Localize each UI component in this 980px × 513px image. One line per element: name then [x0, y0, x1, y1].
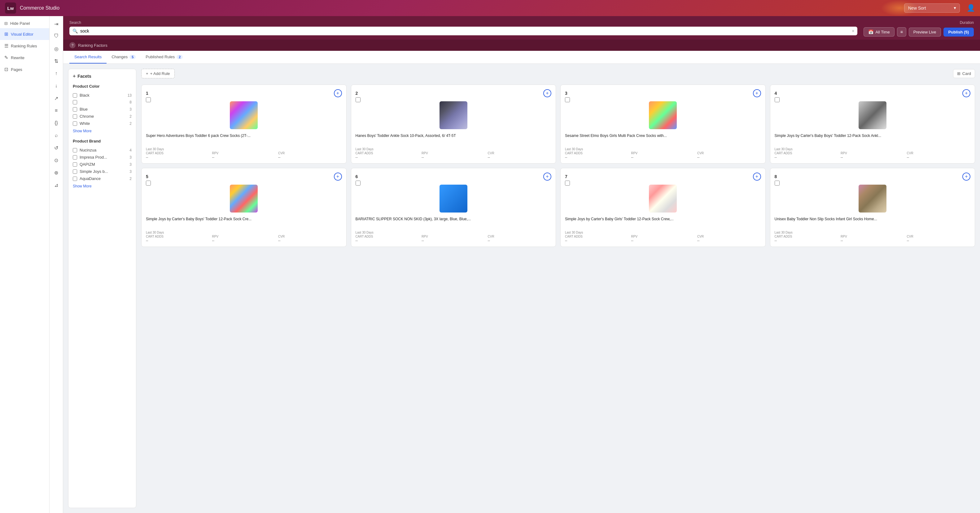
facet-brand-nucinzua-checkbox[interactable]: [73, 148, 77, 152]
product-color-title: Product Color: [73, 84, 132, 89]
icon-arrow-up[interactable]: ↑: [51, 68, 62, 79]
search-input[interactable]: [80, 29, 849, 33]
icon-compass[interactable]: ◎: [51, 43, 62, 54]
product-card: 2 + Hanes Boys' Toddler Ankle Sock 10-Pa…: [351, 84, 556, 164]
icon-sort-up[interactable]: ⇅: [51, 56, 62, 66]
user-icon[interactable]: 👤: [967, 4, 975, 12]
filter-button[interactable]: ≡: [897, 27, 906, 37]
icon-arrow-down[interactable]: ↓: [51, 81, 62, 91]
facet-brand-simple-joys-checkbox[interactable]: [73, 169, 77, 174]
facet-color-black-count: 13: [127, 93, 132, 97]
search-clear-button[interactable]: ×: [852, 29, 854, 33]
card-checkbox[interactable]: [146, 181, 151, 186]
icon-sliders[interactable]: ⊿: [51, 180, 62, 190]
ranking-factors-label: Ranking Factors: [78, 43, 108, 48]
card-add-button[interactable]: +: [753, 89, 761, 97]
sidebar-item-rewrite[interactable]: ✎ Rewrite: [0, 52, 49, 64]
card-checkbox[interactable]: [565, 181, 570, 186]
facet-color-chrome-checkbox[interactable]: [73, 114, 77, 119]
facet-color-white[interactable]: White 2: [73, 120, 132, 127]
facet-brand-simple-joys[interactable]: Simple Joys b... 3: [73, 168, 132, 175]
facet-color-black[interactable]: Black 13: [73, 92, 132, 99]
icon-shield[interactable]: ⛉: [51, 31, 62, 41]
tab-changes[interactable]: Changes 5: [107, 51, 141, 64]
card-checkbox[interactable]: [775, 97, 780, 102]
facet-brand-qapizm-checkbox[interactable]: [73, 163, 77, 167]
card-number: 2: [356, 91, 358, 96]
facets-header: + Facets: [73, 73, 132, 79]
card-checkbox[interactable]: [565, 97, 570, 102]
add-rule-plus-icon: +: [146, 71, 148, 76]
cart-adds-header: CART ADDS: [356, 235, 419, 238]
facet-color-empty[interactable]: 8: [73, 99, 132, 106]
cvr-value: --: [697, 239, 761, 242]
add-rule-button[interactable]: + + Add Rule: [141, 69, 175, 78]
card-add-button[interactable]: +: [963, 172, 970, 181]
card-add-button[interactable]: +: [334, 172, 342, 181]
tab-changes-label: Changes: [111, 54, 127, 59]
rpv-value: --: [212, 155, 276, 159]
search-header: Search 🔍 × Duration 📅 All Time ≡ Preview…: [63, 16, 980, 40]
facet-color-chrome[interactable]: Chrome 2: [73, 113, 132, 120]
publish-button[interactable]: Publish (5): [943, 27, 974, 37]
icon-search[interactable]: ⌕: [51, 130, 62, 141]
ranking-factors-icon[interactable]: ?: [69, 42, 76, 48]
facet-brand-qapizm[interactable]: QAPIZM 3: [73, 161, 132, 168]
card-add-button[interactable]: +: [543, 172, 551, 181]
icon-refresh[interactable]: ↺: [51, 142, 62, 153]
icon-route[interactable]: ⊛: [51, 167, 62, 178]
published-rules-badge: 2: [177, 55, 183, 59]
card-checkbox[interactable]: [146, 97, 151, 102]
sidebar-item-label-visual-editor: Visual Editor: [11, 32, 33, 37]
facet-color-black-label: Black: [80, 93, 125, 97]
icon-code[interactable]: {}: [51, 118, 62, 128]
facet-brand-impresa[interactable]: Impresa Prod... 3: [73, 154, 132, 161]
facet-color-blue[interactable]: Blue 3: [73, 106, 132, 113]
facet-brand-aquadance-checkbox[interactable]: [73, 177, 77, 181]
card-header: 2 +: [356, 89, 552, 97]
rules-area: + + Add Rule ⊞ Card 1 + Super Hero: [141, 69, 975, 508]
preview-live-button[interactable]: Preview Live: [909, 27, 941, 37]
card-checkbox[interactable]: [356, 97, 361, 102]
cvr-header: CVR: [278, 151, 342, 155]
facet-color-black-checkbox[interactable]: [73, 93, 77, 97]
facets-add-icon[interactable]: +: [73, 73, 76, 79]
facet-brand-aquadance[interactable]: AquaDance 2: [73, 175, 132, 182]
rpv-value: --: [212, 239, 276, 242]
facet-color-blue-label: Blue: [80, 107, 127, 112]
card-add-button[interactable]: +: [753, 172, 761, 181]
sidebar-item-pages[interactable]: ⊡ Pages: [0, 64, 49, 75]
all-time-button[interactable]: 📅 All Time: [864, 27, 894, 37]
facet-color-blue-checkbox[interactable]: [73, 107, 77, 112]
sort-dropdown-wrap[interactable]: New Sort Best Seller Relevance Price: Lo…: [904, 3, 960, 13]
icon-target[interactable]: ⊙: [51, 155, 62, 166]
tab-search-results[interactable]: Search Results: [69, 51, 107, 64]
product-card: 1 + Super Hero Adventures Boys Toddler 6…: [141, 84, 347, 164]
card-checkbox[interactable]: [775, 181, 780, 186]
icon-expand[interactable]: ⇥: [51, 19, 62, 29]
icon-trending[interactable]: ↗: [51, 93, 62, 104]
hide-panel-button[interactable]: ⊟ Hide Panel: [0, 19, 49, 28]
card-image: [146, 183, 342, 214]
color-show-more[interactable]: Show More: [73, 129, 132, 133]
sort-dropdown[interactable]: New Sort Best Seller Relevance Price: Lo…: [904, 3, 960, 13]
sidebar-item-ranking-rules[interactable]: ☰ Ranking Rules: [0, 40, 49, 52]
tab-published-rules[interactable]: Published Rules 2: [141, 51, 188, 64]
facet-brand-impresa-checkbox[interactable]: [73, 155, 77, 159]
card-add-button[interactable]: +: [543, 89, 551, 97]
icon-lines[interactable]: ≡: [51, 105, 62, 116]
card-add-button[interactable]: +: [334, 89, 342, 97]
brand-show-more[interactable]: Show More: [73, 184, 132, 188]
sidebar-item-visual-editor[interactable]: ⊞ Visual Editor: [0, 28, 49, 40]
facet-color-white-checkbox[interactable]: [73, 121, 77, 126]
card-checkbox[interactable]: [356, 181, 361, 186]
card-add-button[interactable]: +: [963, 89, 970, 97]
card-number: 1: [146, 91, 148, 96]
cart-adds-header: CART ADDS: [565, 151, 629, 155]
ranking-rules-icon: ☰: [4, 43, 8, 49]
facet-brand-nucinzua[interactable]: Nucinzua 4: [73, 147, 132, 154]
facet-brand-aquadance-label: AquaDance: [80, 176, 127, 181]
card-view-toggle[interactable]: ⊞ Card: [953, 69, 975, 78]
facet-color-empty-checkbox[interactable]: [73, 100, 77, 104]
rewrite-icon: ✎: [4, 55, 8, 61]
